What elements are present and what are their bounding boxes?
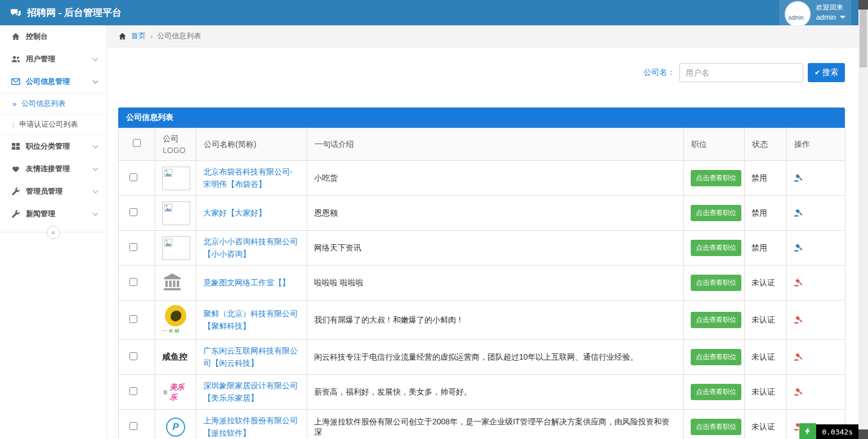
company-name-link[interactable]: 深圳象限家居设计有限公司【美乐乐家居】 [203,380,300,404]
row-checkbox[interactable] [129,387,137,395]
company-table: 公司 LOGO 公司名称(简称) 一句话介绍 职位 状态 操作 北京布 [118,128,845,439]
row-checkbox[interactable] [129,315,137,323]
vertical-scrollbar[interactable] [858,0,868,439]
scrollbar-down-button[interactable] [858,429,868,439]
view-jobs-button[interactable]: 点击查看职位 [691,275,741,291]
search-label: 公司名： [643,68,675,78]
sidebar-item-label: 控制台 [26,32,97,42]
table-row: 美乐乐 深圳象限家居设计有限公司【美乐乐家居】 薪资高，福利好，发展快，美女多，… [119,375,845,410]
chevron-down-icon [93,78,99,83]
status-text: 禁用 [745,231,787,266]
view-jobs-button[interactable]: 点击查看职位 [691,349,741,365]
breadcrumb: 首页 › 公司信息列表 [107,25,858,47]
sidebar-item-news-management[interactable]: 新闻管理 [0,203,106,225]
caret-down-icon[interactable] [840,16,845,19]
chevron-down-icon [93,55,99,61]
row-checkbox[interactable] [129,208,137,216]
breadcrumb-home-link[interactable]: 首页 [131,31,146,41]
search-button[interactable]: 搜索 [808,63,845,82]
sidebar-subitem-label: 申请认证公司列表 [19,119,78,129]
avatar[interactable]: admin [785,1,811,27]
sidebar-item-company-info-management[interactable]: 公司信息管理 [0,70,106,93]
welcome-block: 欢迎回来 admin [816,0,845,25]
status-text: 禁用 [745,196,787,231]
scrollbar-up-button[interactable] [858,0,868,10]
sidebar-item-job-category-management[interactable]: 职位分类管理 [0,135,106,158]
status-text: 未认证 [745,301,787,340]
view-jobs-button[interactable]: 点击查看职位 [691,384,741,400]
select-all-checkbox[interactable] [133,139,141,147]
sidebar-item-user-management[interactable]: 用户管理 [0,48,106,70]
broken-image-placeholder [162,167,190,190]
envelope-icon [11,77,20,86]
company-intro-text: 啦啦啦 啦啦啦 [307,266,684,301]
gavel-icon[interactable] [794,315,803,326]
page-content: 公司名： 搜索 公司信息列表 公司 LOGO 公 [107,47,858,439]
view-jobs-button[interactable]: 点击查看职位 [691,170,741,186]
gavel-icon[interactable] [794,208,803,219]
company-name-search-input[interactable] [679,63,803,82]
view-jobs-button[interactable]: 点击查看职位 [691,240,741,256]
row-checkbox[interactable] [129,352,137,360]
status-text: 未认证 [745,340,787,375]
table-row: P 上海派拉软件股份有限公司【派拉软件】 上海派拉软件股份有限公司创立于2008… [119,410,845,439]
column-header-logo: 公司 LOGO [155,128,196,161]
app-title: 招聘网 - 后台管理平台 [27,6,122,19]
home-icon [118,32,127,41]
broken-image-placeholder [162,201,190,225]
user-menu[interactable]: admin 欢迎回来 admin [779,0,851,25]
top-header: 招聘网 - 后台管理平台 admin 欢迎回来 admin [0,0,868,25]
company-name-link[interactable]: 北京小小咨询科技有限公司【小小咨询】 [203,236,300,260]
company-intro-text: 网络天下资讯 [307,231,684,266]
gavel-icon[interactable] [794,277,803,289]
sidebar-item-friend-links-management[interactable]: 友情连接管理 [0,158,106,180]
table-row: 一米鲜 聚鲜（北京）科技有限公司【聚鲜科技】 我们有屌爆了的大叔！和嫩爆了的小鲜… [119,301,845,340]
company-intro-text: 恩恩额 [307,196,684,231]
view-jobs-button[interactable]: 点击查看职位 [691,205,741,221]
company-intro-text: 我们有屌爆了的大叔！和嫩爆了的小鲜肉！ [307,301,684,340]
company-name-link[interactable]: 广东闲云互联网科技有限公司【闲云科技】 [203,345,300,369]
column-header-job: 职位 [684,128,745,161]
sidebar-divider: « [0,232,106,239]
company-name-link[interactable]: 上海派拉软件股份有限公司【派拉软件】 [203,415,300,439]
scrollbar-thumb[interactable] [860,10,867,68]
view-jobs-button[interactable]: 点击查看职位 [691,419,741,435]
sidebar-subitem-company-info-list[interactable]: 公司信息列表 [0,93,106,114]
sidebar-menu: 控制台 用户管理 公司信息管理 公司信息列表 申请认证公司列表 职位分类管理 [0,25,106,225]
gavel-icon[interactable] [794,243,803,254]
row-checkbox[interactable] [129,243,137,251]
sidebar-item-label: 公司信息管理 [26,77,93,87]
view-jobs-button[interactable]: 点击查看职位 [691,312,741,328]
table-row: 大家好【大家好】 恩恩额 点击查看职位 禁用 [119,196,845,231]
performance-icon[interactable] [799,423,816,439]
column-header-status: 状态 [745,128,787,161]
company-name-link[interactable]: 大家好【大家好】 [203,207,300,220]
sidebar-item-admin-management[interactable]: 管理员管理 [0,180,106,203]
home-icon [11,32,20,41]
sidebar-item-label: 职位分类管理 [26,141,93,151]
sidebar-collapse-button[interactable]: « [47,226,60,239]
search-bar: 公司名： 搜索 [118,63,845,82]
sidebar-submenu: 公司信息列表 申请认证公司列表 [0,93,106,135]
row-checkbox[interactable] [129,173,137,181]
sidebar-subitem-certification-list[interactable]: 申请认证公司列表 [0,114,106,135]
gavel-icon[interactable] [794,387,803,398]
main-area: 首页 › 公司信息列表 公司名： 搜索 公司信息列表 公司 [107,25,858,439]
company-logo-text: 美乐乐 [170,382,190,402]
gavel-icon[interactable] [794,173,803,184]
sidebar-item-label: 用户管理 [26,54,93,64]
sidebar-item-label: 管理员管理 [26,186,93,196]
company-name-link[interactable]: 意象图文网络工作室【】 [203,277,300,289]
gavel-icon[interactable] [794,352,803,363]
company-logo: P [166,418,185,437]
chevron-down-icon [93,165,99,171]
company-name-link[interactable]: 聚鲜（北京）科技有限公司【聚鲜科技】 [203,308,300,332]
row-checkbox[interactable] [129,422,137,430]
row-checkbox[interactable] [129,278,137,286]
company-logo: 一米鲜 [162,305,189,335]
column-header-action: 操作 [787,128,845,161]
broken-image-placeholder [162,236,190,260]
sidebar-item-console[interactable]: 控制台 [0,25,106,48]
chevron-down-icon [93,142,99,148]
company-name-link[interactable]: 北京布袋谷科技有限公司-宋明伟【布袋谷】 [203,166,300,190]
